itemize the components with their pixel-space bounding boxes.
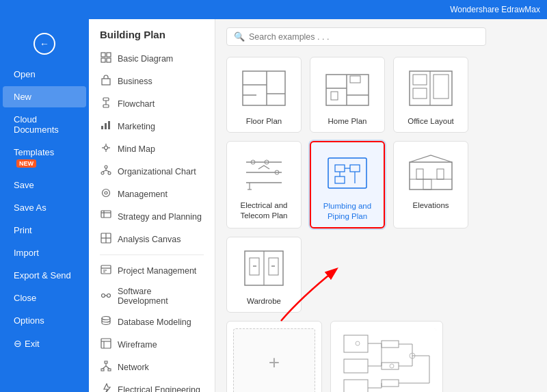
templates-bottom-row: + bbox=[226, 321, 536, 392]
home-label: Home Plan bbox=[328, 116, 367, 127]
template-card-plumbing[interactable]: Plumbing and Piping Plan bbox=[310, 141, 385, 228]
svg-rect-10 bbox=[108, 121, 110, 129]
flowchart-icon bbox=[100, 97, 112, 110]
category-item-org[interactable]: Organizational Chart bbox=[89, 160, 215, 183]
sidebar-item-print[interactable]: Print bbox=[3, 220, 86, 241]
template-card-home[interactable]: Home Plan bbox=[310, 57, 385, 133]
sidebar-item-saveas[interactable]: Save As bbox=[3, 197, 86, 218]
sidebar-item-import[interactable]: Import bbox=[3, 242, 86, 263]
office-icon-area bbox=[403, 64, 458, 112]
svg-rect-9 bbox=[105, 123, 107, 129]
network-icon bbox=[100, 361, 112, 374]
analysis-label: Analysis Canvas bbox=[118, 235, 181, 244]
svg-rect-6 bbox=[103, 105, 109, 107]
template-card-wardrobe[interactable]: Wardrobe bbox=[226, 237, 302, 313]
search-wrap[interactable]: 🔍 bbox=[226, 27, 486, 46]
svg-rect-42 bbox=[101, 369, 104, 371]
category-item-marketing[interactable]: Marketing bbox=[89, 115, 215, 138]
preview-card-new[interactable]: + bbox=[226, 321, 322, 392]
wireframe-icon bbox=[100, 338, 112, 351]
category-item-database[interactable]: Database Modeling bbox=[89, 311, 215, 333]
strategy-icon bbox=[100, 210, 112, 223]
marketing-icon bbox=[100, 120, 112, 133]
elec-telecom-label: Electrical and Telecom Plan bbox=[231, 200, 297, 221]
cat-separator bbox=[100, 254, 204, 255]
category-item-basic[interactable]: Basic Diagram bbox=[89, 47, 215, 70]
svg-line-21 bbox=[106, 170, 109, 172]
svg-rect-65 bbox=[331, 92, 338, 100]
svg-rect-89 bbox=[423, 179, 431, 190]
category-item-analysis[interactable]: Analysis Canvas bbox=[89, 228, 215, 250]
project-icon bbox=[100, 264, 112, 277]
svg-rect-2 bbox=[101, 58, 105, 62]
category-item-strategy[interactable]: Strategy and Planning bbox=[89, 205, 215, 228]
svg-point-17 bbox=[101, 172, 104, 174]
app-title: Wondershare EdrawMax bbox=[450, 5, 540, 14]
top-bar: Wondershare EdrawMax bbox=[0, 0, 547, 19]
template-card-elec-telecom[interactable]: Electrical and Telecom Plan bbox=[226, 141, 302, 228]
database-icon bbox=[100, 315, 112, 328]
business-icon bbox=[100, 75, 112, 88]
search-input[interactable] bbox=[249, 32, 479, 42]
svg-line-20 bbox=[103, 170, 106, 172]
sidebar-item-options[interactable]: Options bbox=[3, 310, 86, 331]
svg-rect-0 bbox=[101, 53, 105, 57]
elevations-label: Elevations bbox=[412, 200, 449, 211]
plumbing-label: Plumbing and Piping Plan bbox=[315, 201, 379, 222]
project-label: Project Management bbox=[118, 266, 196, 276]
category-item-wireframe[interactable]: Wireframe bbox=[89, 333, 215, 356]
svg-rect-5 bbox=[103, 98, 109, 101]
svg-rect-98 bbox=[337, 328, 436, 392]
template-card-office[interactable]: Office Layout bbox=[393, 57, 468, 133]
sidebar-item-close[interactable]: Close bbox=[3, 287, 86, 309]
management-icon bbox=[100, 187, 112, 200]
database-label: Database Modeling bbox=[118, 317, 191, 327]
analysis-icon bbox=[100, 233, 112, 246]
elevations-icon-area bbox=[403, 148, 458, 196]
category-item-software[interactable]: Software Development bbox=[89, 282, 215, 311]
svg-point-18 bbox=[108, 172, 111, 174]
template-card-elevations[interactable]: Elevations bbox=[393, 141, 468, 228]
category-item-project[interactable]: Project Management bbox=[89, 259, 215, 282]
svg-rect-66 bbox=[350, 76, 360, 83]
svg-rect-56 bbox=[243, 71, 285, 105]
svg-rect-30 bbox=[101, 265, 111, 274]
svg-rect-87 bbox=[410, 162, 452, 190]
org-icon bbox=[100, 165, 112, 178]
office-layout-svg bbox=[406, 68, 455, 109]
sidebar-item-cloud[interactable]: Cloud Documents bbox=[3, 109, 86, 140]
svg-rect-3 bbox=[107, 58, 111, 62]
plumbing-icon-area bbox=[320, 149, 375, 197]
sidebar-item-open[interactable]: Open bbox=[3, 64, 86, 85]
category-item-mindmap[interactable]: Mind Map bbox=[89, 138, 215, 160]
svg-rect-91 bbox=[437, 169, 444, 179]
content-area: 🔍 Floo bbox=[215, 19, 547, 392]
business-label: Business bbox=[118, 77, 152, 86]
plumbing1-preview-img bbox=[337, 328, 436, 392]
sidebar-item-export[interactable]: Export & Send bbox=[3, 265, 86, 286]
new-badge: NEW bbox=[16, 159, 36, 168]
wardrobe-svg bbox=[239, 248, 289, 289]
svg-rect-24 bbox=[101, 211, 111, 218]
category-item-management[interactable]: Management bbox=[89, 183, 215, 205]
svg-rect-90 bbox=[416, 169, 423, 179]
category-panel: Building Plan Basic Diagram Business Flo… bbox=[89, 19, 215, 392]
floor-plan-svg bbox=[239, 68, 289, 109]
category-item-electrical[interactable]: Electrical Engineering bbox=[89, 378, 215, 392]
sidebar-item-save[interactable]: Save bbox=[3, 174, 86, 196]
sidebar-item-templates[interactable]: Templates NEW bbox=[3, 142, 86, 173]
preview-card-plumbing1[interactable]: Plumbing And Piping Plan 1 bbox=[330, 321, 443, 392]
network-label: Network bbox=[118, 363, 149, 372]
management-label: Management bbox=[118, 190, 168, 199]
category-item-network[interactable]: Network bbox=[89, 356, 215, 378]
category-item-business[interactable]: Business bbox=[89, 70, 215, 92]
svg-point-23 bbox=[105, 192, 107, 194]
sidebar-item-new[interactable]: New bbox=[3, 86, 86, 107]
category-item-flowchart[interactable]: Flowchart bbox=[89, 92, 215, 115]
back-button-area[interactable]: ← bbox=[5, 27, 83, 60]
sidebar-item-exit[interactable]: ⊖ Exit bbox=[3, 332, 86, 354]
back-button[interactable]: ← bbox=[34, 33, 55, 55]
svg-rect-70 bbox=[433, 75, 449, 99]
template-card-floor[interactable]: Floor Plan bbox=[226, 57, 302, 133]
svg-rect-69 bbox=[413, 88, 427, 99]
